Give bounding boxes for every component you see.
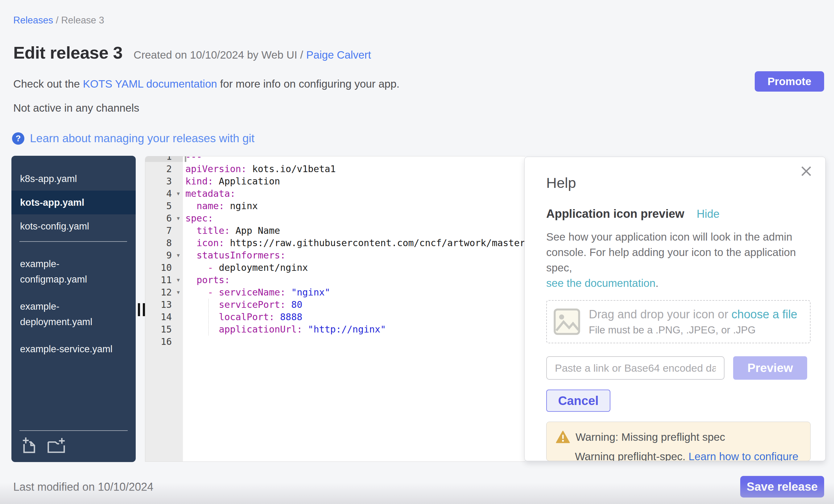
warning-title: Warning: Missing preflight spec — [575, 431, 725, 443]
code-line[interactable]: 15 applicationUrl: "http://nginx" — [145, 323, 525, 335]
fold-arrow-icon[interactable]: ▾ — [174, 276, 183, 283]
code-text: kind: Application — [183, 176, 280, 187]
inline-text: See how your application icon will look … — [546, 231, 792, 243]
code-text: localPort: 8888 — [183, 311, 302, 322]
code-line[interactable]: 11▾ ports: — [145, 273, 525, 286]
line-number: 7 — [145, 225, 174, 236]
warning-detail: Warning preflight-spec. Learn how to con… — [575, 450, 801, 461]
dropzone-instruction: Drag and drop your icon or choose a file — [589, 308, 797, 321]
help-panel-title: Help — [546, 174, 811, 191]
hide-link[interactable]: Hide — [697, 207, 720, 221]
line-number: 12 — [145, 287, 174, 298]
inline-link[interactable]: choose a file — [731, 308, 797, 321]
file-item-kots-app-yaml[interactable]: kots-app.yaml — [12, 191, 136, 214]
code-text: metadata: — [183, 188, 236, 199]
line-number: 16 — [145, 336, 174, 347]
code-line[interactable]: 2apiVersion: kots.io/v1beta1 — [145, 162, 525, 175]
line-number: 14 — [145, 311, 174, 322]
line-number: 13 — [145, 299, 174, 310]
fold-arrow-icon[interactable]: ▾ — [174, 252, 183, 259]
file-item-kots-config-yaml[interactable]: kots-config.yaml — [12, 214, 136, 238]
edit-release-page: Releases / Release 3 Edit release 3 Crea… — [0, 0, 834, 504]
file-tree-sidebar: k8s-app.yamlkots-app.yamlkots-config.yam… — [12, 156, 136, 462]
line-number: 3 — [145, 176, 174, 187]
file-tree-actions — [19, 430, 128, 457]
file-item-example-deployment-yaml[interactable]: example-deployment.yaml — [12, 293, 136, 335]
code-text: - deployment/nginx — [183, 262, 308, 273]
icon-preview-description: See how your application icon will look … — [546, 229, 811, 291]
code-line[interactable]: 12▾ - serviceName: "nginx" — [145, 286, 525, 298]
dropzone-file-types: File must be a .PNG, .JPEG, or .JPG — [589, 324, 797, 336]
code-line[interactable]: 16 — [145, 335, 525, 348]
code-text: ports: — [183, 275, 230, 285]
promote-button[interactable]: Promote — [755, 71, 824, 92]
icon-url-input[interactable] — [546, 356, 725, 380]
breadcrumb-releases-link[interactable]: Releases — [13, 15, 53, 26]
inline-text: console. For help adding your icon to th… — [546, 246, 796, 273]
cancel-button[interactable]: Cancel — [546, 390, 610, 412]
fold-arrow-icon[interactable]: ▾ — [174, 289, 183, 296]
yaml-editor[interactable]: 1---2apiVersion: kots.io/v1beta13kind: A… — [145, 156, 525, 462]
image-placeholder-icon — [553, 308, 581, 335]
fold-arrow-icon[interactable]: ▾ — [174, 190, 183, 197]
file-item-k8s-app-yaml[interactable]: k8s-app.yaml — [12, 167, 136, 191]
line-number: 10 — [145, 262, 174, 273]
file-list: k8s-app.yamlkots-app.yamlkots-config.yam… — [12, 156, 136, 363]
inline-text: Drag and drop your icon or — [589, 308, 731, 321]
git-help-link[interactable]: Learn about managing your releases with … — [30, 132, 255, 145]
sidebar-resize-handle[interactable] — [138, 303, 145, 316]
last-modified-label: Last modified on 10/10/2024 — [13, 481, 153, 494]
add-file-button[interactable] — [21, 436, 39, 455]
code-line[interactable]: 6▾spec: — [145, 212, 525, 224]
code-line[interactable]: 4▾metadata: — [145, 187, 525, 200]
preview-button[interactable]: Preview — [733, 356, 807, 380]
code-line[interactable]: 8 icon: https://raw.githubusercontent.co… — [145, 237, 525, 249]
add-folder-icon — [47, 436, 67, 454]
channel-status: Not active in any channels — [13, 102, 139, 114]
code-text: spec: — [183, 213, 213, 224]
file-group-divider — [19, 241, 127, 242]
code-line[interactable]: 9▾ statusInformers: — [145, 249, 525, 261]
fold-arrow-icon[interactable]: ▾ — [174, 215, 183, 222]
code-line[interactable]: 14 localPort: 8888 — [145, 311, 525, 323]
code-line[interactable]: 3kind: Application — [145, 175, 525, 187]
created-by-link[interactable]: Paige Calvert — [306, 49, 371, 61]
line-number: 5 — [145, 200, 174, 211]
inline-text: Warning preflight-spec. — [575, 450, 688, 461]
kots-yaml-docs-link[interactable]: KOTS YAML documentation — [83, 78, 217, 90]
code-line[interactable]: 10 - deployment/nginx — [145, 261, 525, 273]
warning-icon — [556, 431, 570, 443]
line-number: 4 — [145, 188, 174, 199]
code-line[interactable]: 13 servicePort: 80 — [145, 298, 525, 311]
icon-preview-section-title: Application icon preview — [546, 207, 684, 221]
code-line[interactable]: 1--- — [145, 156, 525, 162]
file-item-example-service-yaml[interactable]: example-service.yaml — [12, 335, 136, 363]
code-text: servicePort: 80 — [183, 299, 302, 310]
line-number: 15 — [145, 324, 174, 335]
inline-link[interactable]: see the documentation — [546, 277, 655, 289]
code-line[interactable]: 5 name: nginx — [145, 200, 525, 212]
breadcrumb-separator: / — [56, 15, 61, 26]
created-info: Created on 10/10/2024 by Web UI / Paige … — [134, 49, 371, 61]
question-icon: ? — [12, 132, 24, 145]
code-text: statusInformers: — [183, 250, 286, 261]
file-item-example-configmap-yaml[interactable]: example-configmap.yaml — [12, 250, 136, 293]
add-file-icon — [21, 436, 39, 454]
line-number: 2 — [145, 163, 174, 174]
code-text: title: App Name — [183, 225, 280, 236]
save-release-button[interactable]: Save release — [740, 476, 824, 498]
code-text: --- — [183, 156, 202, 162]
line-number: 8 — [145, 238, 174, 248]
code-text: applicationUrl: "http://nginx" — [183, 324, 386, 335]
breadcrumb-current: Release 3 — [61, 15, 104, 26]
code-line[interactable]: 7 title: App Name — [145, 224, 525, 237]
line-number: 6 — [145, 213, 174, 224]
breadcrumb: Releases / Release 3 — [13, 15, 104, 26]
inline-text: . — [655, 277, 659, 289]
line-number: 9 — [145, 250, 174, 261]
inline-link[interactable]: Learn how to configure — [688, 450, 798, 461]
icon-dropzone[interactable]: Drag and drop your icon or choose a file… — [546, 300, 811, 343]
add-folder-button[interactable] — [47, 436, 67, 455]
git-help-row: ? Learn about managing your releases wit… — [12, 132, 255, 145]
code-text: apiVersion: kots.io/v1beta1 — [183, 163, 336, 174]
